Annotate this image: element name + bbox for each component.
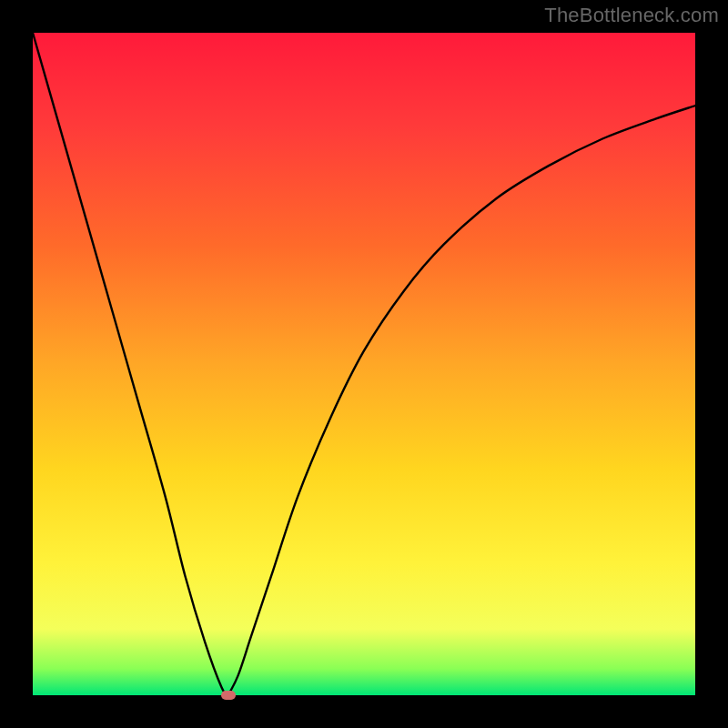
bottleneck-curve [33, 33, 695, 695]
plot-area [33, 33, 695, 695]
curve-right [228, 106, 695, 695]
curve-left [33, 33, 228, 695]
watermark-text: TheBottleneck.com [544, 4, 719, 27]
optimum-marker [221, 691, 236, 700]
chart-frame: TheBottleneck.com [0, 0, 728, 728]
